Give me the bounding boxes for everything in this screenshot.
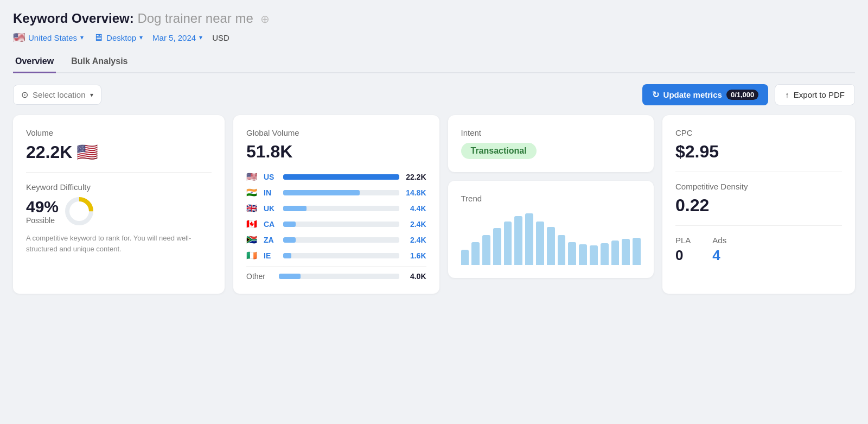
- bar-in: [283, 190, 399, 195]
- code-ie[interactable]: IE: [264, 251, 279, 260]
- comp-density-value: 0.22: [675, 195, 842, 216]
- global-volume-value: 51.8K: [246, 142, 426, 162]
- trend-bar: [590, 245, 598, 265]
- export-icon: ↑: [785, 90, 789, 99]
- date-filter[interactable]: Mar 5, 2024 ▾: [152, 33, 202, 42]
- pla-label: PLA: [675, 236, 691, 245]
- intent-trend-column: Intent Transactional Trend: [448, 115, 654, 294]
- country-row-in: 🇮🇳 IN 14.8K: [246, 187, 426, 198]
- intent-badge: Transactional: [461, 143, 537, 159]
- add-keyword-icon[interactable]: ⊕: [260, 13, 270, 25]
- toolbar-right: ↻ Update metrics 0/1,000 ↑ Export to PDF: [642, 84, 855, 105]
- flag-za: 🇿🇦: [246, 235, 259, 245]
- location-select[interactable]: ⊙ Select location ▾: [13, 85, 101, 105]
- country-row-za: 🇿🇦 ZA 2.4K: [246, 235, 426, 245]
- volume-label: Volume: [26, 128, 212, 137]
- volume-value: 22.2K 🇺🇸: [26, 142, 212, 162]
- country-chevron-icon: ▾: [80, 34, 84, 41]
- pla-value: 0: [675, 247, 691, 264]
- currency-label: USD: [212, 33, 229, 42]
- global-volume-label: Global Volume: [246, 128, 426, 137]
- trend-bar: [579, 244, 587, 265]
- comp-density-label: Competitive Density: [675, 182, 842, 191]
- update-metrics-button[interactable]: ↻ Update metrics 0/1,000: [642, 84, 769, 105]
- val-other: 4.0K: [404, 272, 426, 281]
- trend-bar: [525, 213, 533, 265]
- flag-ca: 🇨🇦: [246, 219, 259, 229]
- code-ca[interactable]: CA: [264, 220, 279, 229]
- country-list: 🇺🇸 US 22.2K 🇮🇳 IN 14.8K 🇬🇧 UK 4.4K: [246, 172, 426, 281]
- trend-bar: [601, 243, 609, 265]
- device-label: Desktop: [106, 33, 136, 42]
- device-filter[interactable]: 🖥 Desktop ▾: [93, 32, 143, 43]
- intent-card: Intent Transactional: [448, 115, 654, 172]
- val-in: 14.8K: [404, 188, 426, 197]
- global-volume-card: Global Volume 51.8K 🇺🇸 US 22.2K 🇮🇳 IN 14…: [233, 115, 439, 294]
- country-row-ie: 🇮🇪 IE 1.6K: [246, 250, 426, 261]
- cards-grid: Volume 22.2K 🇺🇸 Keyword Difficulty 49% P…: [13, 115, 855, 294]
- title-prefix: Keyword Overview:: [13, 11, 134, 26]
- val-us: 22.2K: [404, 173, 426, 181]
- volume-flag: 🇺🇸: [76, 142, 98, 162]
- date-chevron-icon: ▾: [199, 34, 202, 41]
- export-pdf-button[interactable]: ↑ Export to PDF: [775, 84, 855, 105]
- trend-bar: [471, 242, 480, 265]
- code-us[interactable]: US: [264, 173, 279, 181]
- code-uk[interactable]: UK: [264, 204, 279, 213]
- page-header: Keyword Overview: Dog trainer near me ⊕ …: [13, 11, 855, 73]
- tab-bulk-analysis[interactable]: Bulk Analysis: [69, 52, 130, 73]
- flag-us: 🇺🇸: [246, 172, 259, 182]
- tabs-row: Overview Bulk Analysis: [13, 52, 855, 73]
- country-flag: 🇺🇸: [13, 31, 25, 43]
- bar-us: [283, 174, 399, 180]
- location-chevron-icon: ▾: [90, 91, 93, 99]
- kd-row: 49% Possible: [26, 196, 212, 226]
- trend-bar: [482, 235, 490, 265]
- filters-row: 🇺🇸 United States ▾ 🖥 Desktop ▾ Mar 5, 20…: [13, 31, 855, 43]
- bar-ie: [283, 253, 399, 258]
- toolbar: ⊙ Select location ▾ ↻ Update metrics 0/1…: [13, 84, 855, 105]
- flag-ie: 🇮🇪: [246, 250, 259, 261]
- other-label: Other: [246, 272, 275, 281]
- kd-possible: Possible: [26, 216, 59, 225]
- keyword-text: Dog trainer near me: [137, 11, 253, 26]
- kd-donut-chart: [64, 196, 94, 226]
- code-za[interactable]: ZA: [264, 236, 279, 244]
- pla-item: PLA 0: [675, 236, 691, 264]
- page-title: Keyword Overview: Dog trainer near me ⊕: [13, 11, 855, 26]
- other-row: Other 4.0K: [246, 266, 426, 281]
- cpc-value: $2.95: [675, 142, 842, 162]
- trend-label: Trend: [461, 194, 641, 203]
- kd-label: Keyword Difficulty: [26, 182, 212, 192]
- metrics-counter-badge: 0/1,000: [726, 90, 758, 100]
- code-in[interactable]: IN: [264, 188, 279, 197]
- ads-item: Ads 4: [712, 236, 726, 264]
- trend-bar: [461, 250, 469, 265]
- country-label: United States: [28, 33, 77, 42]
- trend-bar: [504, 222, 512, 265]
- country-filter[interactable]: 🇺🇸 United States ▾: [13, 31, 84, 43]
- trend-bar: [536, 222, 544, 265]
- trend-bars-container: [461, 211, 641, 265]
- val-za: 2.4K: [404, 236, 426, 244]
- volume-card: Volume 22.2K 🇺🇸 Keyword Difficulty 49% P…: [13, 115, 225, 294]
- pla-ads-row: PLA 0 Ads 4: [675, 236, 842, 264]
- trend-bar: [514, 216, 522, 265]
- update-metrics-label: Update metrics: [663, 90, 722, 99]
- trend-bar: [633, 238, 641, 265]
- device-chevron-icon: ▾: [139, 34, 143, 41]
- trend-bar: [611, 241, 620, 265]
- location-icon: ⊙: [21, 90, 28, 100]
- bar-za: [283, 237, 399, 243]
- volume-number: 22.2K: [26, 142, 72, 162]
- trend-bar: [547, 227, 555, 265]
- intent-label: Intent: [461, 128, 641, 137]
- val-uk: 4.4K: [404, 204, 426, 213]
- country-row-uk: 🇬🇧 UK 4.4K: [246, 203, 426, 213]
- trend-bar: [568, 242, 576, 265]
- trend-bar: [493, 228, 501, 265]
- country-row-ca: 🇨🇦 CA 2.4K: [246, 219, 426, 229]
- tab-overview[interactable]: Overview: [13, 52, 56, 73]
- ads-label: Ads: [712, 236, 726, 245]
- date-label: Mar 5, 2024: [152, 33, 196, 42]
